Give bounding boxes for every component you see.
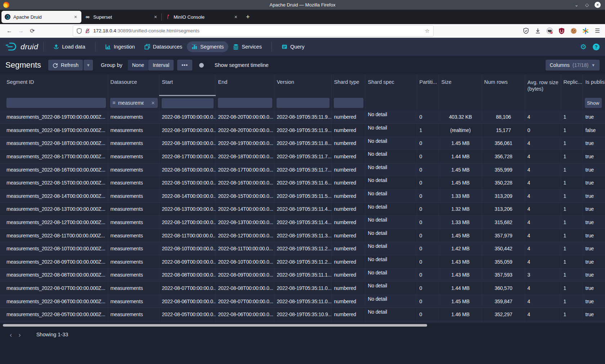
cell-replicas[interactable]: 1 bbox=[561, 163, 583, 176]
cell-size[interactable]: 1.43 MB bbox=[439, 255, 481, 269]
cell-shard-spec[interactable]: No detail bbox=[365, 295, 417, 308]
cell-is-published[interactable]: true bbox=[583, 176, 605, 190]
cell-end[interactable]: 2022-08-20T00:00:00.0... bbox=[215, 110, 274, 124]
cell-avg-row-size[interactable]: 4 bbox=[525, 229, 561, 242]
cell-start[interactable]: 2022-08-16T00:00:00.0... bbox=[159, 163, 215, 176]
refresh-interval-dropdown[interactable]: ▼ bbox=[84, 60, 93, 70]
cell-segment-id[interactable]: measurements_2022-08-06T00:00:00.000Z... bbox=[0, 295, 108, 308]
cell-partition[interactable]: 0 bbox=[417, 308, 439, 321]
tab-close-icon[interactable]: × bbox=[153, 14, 158, 20]
cell-end[interactable]: 2022-08-19T00:00:00.0... bbox=[215, 137, 274, 150]
cell-segment-id[interactable]: measurements_2022-08-14T00:00:00.000Z... bbox=[0, 190, 108, 203]
menu-hamburger-icon[interactable]: ☰ bbox=[595, 27, 600, 34]
cell-num-rows[interactable]: 356,061 bbox=[481, 137, 525, 150]
cell-segment-id[interactable]: measurements_2022-08-09T00:00:00.000Z... bbox=[0, 255, 108, 269]
filter-input-segment-id[interactable] bbox=[6, 98, 106, 108]
cell-size[interactable]: 1.45 MB bbox=[439, 163, 481, 176]
columns-button[interactable]: Columns (17/18) ▼ bbox=[546, 60, 600, 70]
cell-segment-id[interactable]: measurements_2022-08-13T00:00:00.000Z... bbox=[0, 203, 108, 216]
cell-avg-row-size[interactable]: 4 bbox=[525, 308, 561, 321]
cell-replicas[interactable]: 1 bbox=[561, 229, 583, 242]
tracking-shield-icon[interactable] bbox=[77, 28, 82, 34]
cell-end[interactable]: 2022-08-09T00:00:00.0... bbox=[215, 268, 274, 282]
cell-start[interactable]: 2022-08-08T00:00:00.0... bbox=[159, 268, 215, 282]
cell-version[interactable]: 2022-08-19T05:35:11.9... bbox=[274, 124, 331, 137]
protections-shield-icon[interactable] bbox=[523, 27, 530, 35]
cell-start[interactable]: 2022-08-06T00:00:00.0... bbox=[159, 295, 215, 308]
cell-datasource[interactable]: measurements bbox=[108, 216, 159, 229]
cell-num-rows[interactable]: 355,999 bbox=[481, 163, 525, 176]
settings-gear-icon[interactable]: ⚙ bbox=[580, 42, 587, 51]
filter-input-version[interactable] bbox=[277, 98, 330, 108]
cell-shard-spec[interactable]: No detail bbox=[365, 203, 417, 216]
new-tab-button[interactable]: + bbox=[242, 13, 254, 21]
cell-end[interactable]: 2022-08-13T00:00:00.0... bbox=[215, 216, 274, 229]
cell-segment-id[interactable]: measurements_2022-08-17T00:00:00.000Z... bbox=[0, 150, 108, 163]
cell-avg-row-size[interactable]: 4 bbox=[525, 203, 561, 216]
cell-datasource[interactable]: measurements bbox=[108, 229, 159, 242]
cell-shard-type[interactable]: numbered bbox=[331, 203, 365, 216]
cookie-extension-icon[interactable] bbox=[570, 27, 577, 35]
cell-partition[interactable]: 0 bbox=[417, 203, 439, 216]
cell-size[interactable]: (realtime) bbox=[439, 124, 481, 137]
cell-version[interactable]: 2022-08-19T05:35:10.9... bbox=[274, 308, 331, 321]
cell-replicas[interactable]: 1 bbox=[561, 190, 583, 203]
cell-avg-row-size[interactable]: 4 bbox=[525, 295, 561, 308]
cell-version[interactable]: 2022-08-19T05:35:11.5... bbox=[274, 190, 331, 203]
cell-num-rows[interactable]: 315,682 bbox=[481, 216, 525, 229]
cell-partition[interactable]: 0 bbox=[417, 150, 439, 163]
cell-avg-row-size[interactable]: 0 bbox=[525, 124, 561, 137]
window-close-button[interactable]: × bbox=[595, 2, 601, 8]
reload-button[interactable]: ⟳ bbox=[27, 26, 38, 36]
cell-datasource[interactable]: measurements bbox=[108, 137, 159, 150]
druid-logo[interactable]: druid bbox=[5, 42, 38, 51]
cell-is-published[interactable]: true bbox=[583, 137, 605, 150]
column-header-shard-type[interactable]: Shard type bbox=[331, 74, 365, 95]
cell-shard-spec[interactable]: No detail bbox=[365, 190, 417, 203]
cell-end[interactable]: 2022-08-12T00:00:00.0... bbox=[215, 229, 274, 242]
column-header-version[interactable]: Version bbox=[274, 74, 331, 95]
cell-num-rows[interactable]: 360,570 bbox=[481, 282, 525, 295]
cell-is-published[interactable] bbox=[583, 321, 605, 323]
tab-minio-console[interactable]: MinIO Console × bbox=[162, 11, 242, 23]
nav-item-load-data[interactable]: Load data bbox=[49, 41, 90, 52]
cell-version[interactable]: 2022-08-19T05:35:11.2... bbox=[274, 242, 331, 255]
cell-segment-id[interactable]: measurements_2022-08-12T00:00:00.000Z... bbox=[0, 216, 108, 229]
cell-end[interactable]: 2022-08-18T00:00:00.0... bbox=[215, 150, 274, 163]
cell-is-published[interactable]: false bbox=[583, 124, 605, 137]
cell-datasource[interactable]: measurements bbox=[108, 124, 159, 137]
cell-version[interactable]: 2022-08-19T05:35:11.7... bbox=[274, 150, 331, 163]
cell-start[interactable]: 2022-08-07T00:00:00.0... bbox=[159, 282, 215, 295]
cell-avg-row-size[interactable]: 4 bbox=[525, 137, 561, 150]
column-header-segment-id[interactable]: Segment ID bbox=[0, 74, 108, 95]
cell-size[interactable]: 1.45 MB bbox=[439, 229, 481, 242]
column-header-replicas[interactable]: Replic... bbox=[561, 74, 583, 95]
cell-shard-type[interactable]: numbered bbox=[331, 308, 365, 321]
cell-datasource[interactable]: measurements bbox=[108, 308, 159, 321]
cell-avg-row-size[interactable]: 4 bbox=[525, 110, 561, 124]
cell-version[interactable]: 2022-08-19T05:35:11.0... bbox=[274, 295, 331, 308]
horizontal-scrollbar-track[interactable] bbox=[0, 323, 605, 327]
group-by-none-button[interactable]: None bbox=[128, 60, 148, 70]
cell-shard-type[interactable]: numbered bbox=[331, 268, 365, 282]
cell-size[interactable]: 1.45 MB bbox=[439, 137, 481, 150]
cell-start[interactable]: 2022-08-17T00:00:00.0... bbox=[159, 150, 215, 163]
cell-start[interactable]: 2022-08-10T00:00:00.0... bbox=[159, 242, 215, 255]
cell-partition[interactable]: 0 bbox=[417, 282, 439, 295]
cell-segment-id[interactable]: measurements_2022-08-10T00:00:00.000Z... bbox=[0, 242, 108, 255]
cell-segment-id[interactable]: measurements_2022-08-18T00:00:00.000Z... bbox=[0, 137, 108, 150]
cell-shard-type[interactable]: numbered bbox=[331, 321, 365, 323]
cell-num-rows[interactable] bbox=[481, 321, 525, 323]
cell-end[interactable]: 2022-08-20T00:00:00.0... bbox=[215, 124, 274, 137]
cell-end[interactable]: 2022-08-10T00:00:00.0... bbox=[215, 255, 274, 269]
cell-end[interactable]: 2022-08-05T00:00:00.0... bbox=[215, 321, 274, 323]
cell-replicas[interactable]: 1 bbox=[561, 242, 583, 255]
cell-shard-spec[interactable]: No detail bbox=[365, 229, 417, 242]
cell-partition[interactable]: 0 bbox=[417, 190, 439, 203]
cell-avg-row-size[interactable] bbox=[525, 321, 561, 323]
cell-segment-id[interactable]: measurements_2022-08-15T00:00:00.000Z... bbox=[0, 176, 108, 190]
cell-shard-type[interactable]: numbered bbox=[331, 282, 365, 295]
cell-shard-type[interactable]: numbered bbox=[331, 176, 365, 190]
column-header-start[interactable]: Start bbox=[159, 74, 215, 95]
filter-input-end[interactable] bbox=[218, 98, 272, 108]
